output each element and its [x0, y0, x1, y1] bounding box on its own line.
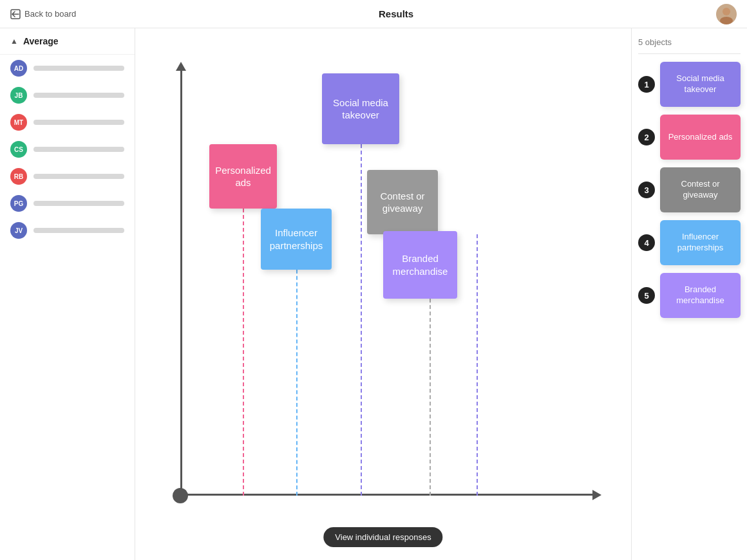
sticky-influencer[interactable]: Influencer partnerships [261, 209, 332, 270]
sidebar-users: AD JB MT CS RB PG JV [0, 55, 135, 244]
sidebar-item: JB [0, 82, 135, 109]
user-avatar[interactable]: PG [10, 195, 27, 212]
sticky-personalized-ads[interactable]: Personalized ads [209, 144, 277, 209]
sticky-social-media[interactable]: Social media takeover [322, 73, 399, 144]
y-axis [180, 67, 182, 496]
objects-count: 5 objects [638, 37, 741, 54]
back-icon [10, 9, 21, 19]
rank-item: 4 Influencer partnerships [638, 220, 741, 265]
user-avatar[interactable]: AD [10, 60, 27, 77]
sticky-contest-giveaway[interactable]: Contest or giveaway [367, 170, 438, 234]
x-axis [180, 494, 592, 496]
dashed-line-2 [361, 144, 362, 496]
dashed-line-0 [243, 209, 244, 496]
rank-badge: 3 [638, 182, 655, 198]
sidebar-item: PG [0, 190, 135, 217]
main-layout: ▲ Average AD JB MT CS RB PG JV [0, 28, 747, 560]
sidebar-heading: Average [23, 36, 59, 46]
rank-item: 5 Branded merchandise [638, 273, 741, 318]
user-bar [33, 93, 124, 98]
sidebar: ▲ Average AD JB MT CS RB PG JV [0, 28, 135, 560]
sidebar-item: JV [0, 217, 135, 244]
rank-badge: 5 [638, 287, 655, 304]
y-arrow [176, 62, 186, 71]
user-avatar[interactable]: RB [10, 168, 27, 185]
rank-badge: 4 [638, 234, 655, 251]
user-avatar[interactable]: JV [10, 222, 27, 239]
collapse-icon[interactable]: ▲ [10, 37, 18, 46]
x-arrow [592, 490, 601, 500]
rank-badge: 2 [638, 129, 655, 145]
rank-card[interactable]: Branded merchandise [660, 273, 741, 318]
rank-badge: 1 [638, 76, 655, 93]
user-avatar[interactable]: CS [10, 141, 27, 158]
sidebar-item: AD [0, 55, 135, 82]
rank-card[interactable]: Influencer partnerships [660, 220, 741, 265]
user-avatar[interactable]: MT [10, 114, 27, 131]
rank-card[interactable]: Social media takeover [660, 62, 741, 107]
chart-area: Social media takeoverPersonalized adsCon… [135, 28, 631, 560]
rank-item: 1 Social media takeover [638, 62, 741, 107]
dashed-line-4 [477, 234, 478, 496]
sidebar-item: CS [0, 136, 135, 163]
user-bar [33, 66, 124, 71]
svg-point-2 [720, 17, 733, 24]
origin-circle [173, 488, 188, 503]
rank-item: 3 Contest or giveaway [638, 167, 741, 212]
right-panel: 5 objects 1 Social media takeover 2 Pers… [631, 28, 747, 560]
rank-list: 1 Social media takeover 2 Personalized a… [638, 62, 741, 318]
header: Back to board Results [0, 0, 747, 28]
avatar[interactable] [716, 4, 737, 24]
rank-card[interactable]: Contest or giveaway [660, 167, 741, 212]
view-responses-button[interactable]: View individual responses [323, 527, 442, 547]
rank-card[interactable]: Personalized ads [660, 115, 741, 160]
user-bar [33, 201, 124, 206]
dashed-line-3 [430, 299, 431, 496]
sticky-branded[interactable]: Branded merchandise [383, 231, 457, 299]
user-bar [33, 147, 124, 152]
user-bar [33, 174, 124, 179]
back-button[interactable]: Back to board [10, 9, 76, 19]
back-label: Back to board [24, 9, 76, 19]
svg-point-1 [723, 8, 730, 15]
dashed-line-1 [296, 270, 298, 496]
page-title: Results [379, 8, 413, 19]
user-bar [33, 120, 124, 125]
sidebar-header: ▲ Average [0, 28, 135, 55]
sidebar-item: MT [0, 109, 135, 136]
rank-item: 2 Personalized ads [638, 115, 741, 160]
user-bar [33, 228, 124, 233]
sidebar-item: RB [0, 163, 135, 190]
user-avatar[interactable]: JB [10, 87, 27, 104]
